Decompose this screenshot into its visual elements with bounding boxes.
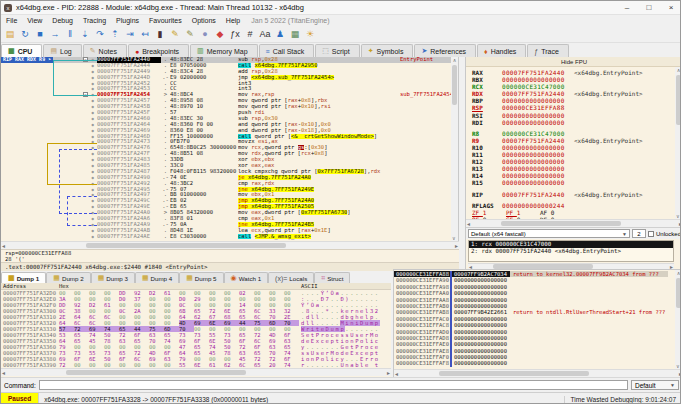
- disassembly-panel[interactable]: RIP RAX RDX R9 ➤−●00007FF751FA2440.48:83…: [1, 57, 459, 241]
- dump-hscrollbar[interactable]: ◄►: [1, 368, 391, 376]
- menu-item-help[interactable]: Help: [221, 17, 245, 24]
- tab-label: Log: [60, 48, 72, 55]
- registers-hscrollbar[interactable]: ◄►: [466, 219, 681, 227]
- breakpoint-dot-icon[interactable]: ●: [92, 234, 94, 240]
- run-to-user-code-icon[interactable]: ⇥: [123, 27, 137, 41]
- step-into-icon[interactable]: ⇣: [78, 27, 92, 41]
- tab-script[interactable]: ⬚Script: [315, 44, 360, 57]
- step-out-icon[interactable]: ⇡: [108, 27, 122, 41]
- register-row[interactable]: RAX00007FF751FA2440<x64dbg.EntryPoint>: [472, 69, 674, 76]
- register-row[interactable]: R130000000000000000: [472, 165, 674, 172]
- collapse-icon[interactable]: −: [83, 57, 88, 62]
- menu-item-tracing[interactable]: Tracing: [78, 17, 111, 24]
- tab-handles[interactable]: ♦Handles: [477, 44, 526, 57]
- assemble-icon[interactable]: ✎: [168, 27, 182, 41]
- help-bulb-icon[interactable]: ☀: [303, 27, 317, 41]
- tab-call-stack[interactable]: ≡Call Stack: [259, 44, 315, 57]
- menu-item-debug[interactable]: Debug: [47, 17, 78, 24]
- register-row[interactable]: R100000000000000000: [472, 144, 674, 151]
- stack-panel[interactable]: 000000CE31EFFA8800007FF9B2AC7034return t…: [393, 269, 681, 377]
- stack-value: 0000000000000000: [450, 360, 510, 366]
- menu-item-file[interactable]: File: [1, 17, 22, 24]
- fx-icon[interactable]: ƒx: [228, 27, 242, 41]
- stop-icon[interactable]: ■: [33, 27, 47, 41]
- register-row[interactable]: RDX00007FF751FA2440<x64dbg.EntryPoint>: [472, 90, 674, 97]
- tab-memory-map[interactable]: ▥Memory Map: [190, 44, 257, 57]
- menu-item-view[interactable]: View: [22, 17, 47, 24]
- dump-tab-dump-2[interactable]: ▦Dump 2: [46, 272, 90, 283]
- pause-icon[interactable]: ‖: [63, 27, 77, 41]
- tab-notes[interactable]: ✎Notes: [83, 44, 127, 57]
- stack-row[interactable]: 000000CE31EFFAF80000000000000000: [394, 360, 668, 366]
- minimize-button[interactable]: –: [616, 1, 638, 14]
- register-row[interactable]: R8000000CE31C47000: [472, 130, 674, 137]
- tab-log[interactable]: ▤Log: [43, 44, 81, 57]
- menu-item-favourites[interactable]: Favourites: [144, 17, 187, 24]
- registers-panel[interactable]: Hide FPU RAX00007FF751FA2440<x64dbg.Entr…: [465, 57, 681, 269]
- command-profile-select[interactable]: Default▼: [631, 380, 679, 390]
- argument-row[interactable]: 2: rdx 00007FF751FA2440 <x64dbg.EntryPoi…: [469, 248, 673, 255]
- registers-vscrollbar[interactable]: ∧∨: [675, 67, 681, 219]
- register-row[interactable]: R120000000000000000: [472, 158, 674, 165]
- register-row[interactable]: RSP000000CE31EFFA88: [472, 104, 674, 111]
- dump-tab-locals[interactable]: (x)=Locals: [268, 272, 314, 283]
- dump-tab-dump-3[interactable]: ▦Dump 3: [91, 272, 135, 283]
- calculator-icon[interactable]: #: [243, 27, 257, 41]
- command-input[interactable]: [39, 380, 628, 390]
- menu-item-plugins[interactable]: Plugins: [111, 17, 144, 24]
- eraser-icon[interactable]: ◆: [213, 27, 227, 41]
- register-row[interactable]: RBX0000000000000000: [472, 76, 674, 83]
- arguments-box[interactable]: 1: rcx 000000CE31C470002: rdx 00007FF751…: [468, 240, 674, 262]
- dump-tab-dump-4[interactable]: ▦Dump 4: [135, 272, 179, 283]
- register-name: RBP: [472, 97, 502, 104]
- register-row[interactable]: RCX000000CE31C47000: [472, 83, 674, 90]
- unlocked-checkbox[interactable]: [648, 231, 654, 237]
- dump-tab-dump-5[interactable]: ▦Dump 5: [179, 272, 223, 283]
- tab-references[interactable]: ➤References: [414, 44, 476, 57]
- register-value: 0000000000000000: [502, 76, 574, 83]
- strings-icon[interactable]: Aa: [258, 27, 272, 41]
- register-row[interactable]: R140000000000000000: [472, 172, 674, 179]
- step-over-icon[interactable]: ↷: [93, 27, 107, 41]
- disasm-vscrollbar[interactable]: ∧∨: [451, 57, 458, 241]
- stack-vscrollbar[interactable]: ∧∨: [675, 270, 681, 369]
- arg-count-spinner[interactable]: 2: [632, 229, 646, 238]
- register-row[interactable]: RIP00007FF751FA2440<x64dbg.EntryPoint>: [472, 191, 674, 198]
- dump-tab-watch-1[interactable]: ◉Watch 1: [224, 272, 269, 283]
- back-icon[interactable]: ↤: [138, 27, 152, 41]
- tab-trace[interactable]: ƒTrace: [527, 44, 569, 57]
- comment-icon[interactable]: ✎: [183, 27, 197, 41]
- stack-hscrollbar[interactable]: ◄►: [394, 369, 681, 377]
- collapse-icon[interactable]: −: [83, 92, 88, 97]
- dump-tab-dump-1[interactable]: ▦Dump 1: [1, 272, 46, 283]
- calling-convention-select[interactable]: Default (x64 fastcall)▼: [468, 229, 630, 238]
- register-row[interactable]: R110000000000000000: [472, 151, 674, 158]
- tab-breakpoints[interactable]: ●Breakpoints: [128, 44, 189, 57]
- register-row[interactable]: RSI0000000000000000: [472, 112, 674, 119]
- register-row[interactable]: R150000000000000000: [472, 179, 674, 186]
- disasm-hscrollbar[interactable]: ◄►: [1, 241, 459, 249]
- tab-cpu[interactable]: ▦CPU: [1, 44, 42, 57]
- patches-icon[interactable]: ▮: [153, 27, 167, 41]
- maximize-button[interactable]: □: [638, 1, 660, 14]
- tab-symbols[interactable]: ✦Symbols: [361, 44, 414, 57]
- run-icon[interactable]: →: [48, 27, 62, 41]
- attach-icon[interactable]: ♟: [273, 27, 287, 41]
- hide-fpu-button[interactable]: Hide FPU: [466, 57, 681, 67]
- restart-icon[interactable]: ↻: [18, 27, 32, 41]
- close-button[interactable]: ×: [660, 1, 681, 14]
- open-file-icon[interactable]: ▤: [3, 27, 17, 41]
- dump-panel[interactable]: ▦Dump 1▦Dump 2▦Dump 3▦Dump 4▦Dump 5◉Watc…: [1, 271, 391, 377]
- memory-icon[interactable]: ▦: [288, 27, 302, 41]
- argument-row[interactable]: 1: rcx 000000CE31C47000: [469, 241, 673, 248]
- register-row[interactable]: ZF 1PF 1AF 0: [472, 209, 674, 216]
- register-row[interactable]: RBP0000000000000000: [472, 97, 674, 104]
- label-icon[interactable]: ●: [198, 27, 212, 41]
- disasm-info-pane: rsp=000000CE31EFFA88 28 '(': [1, 249, 459, 262]
- disasm-row[interactable]: ●00007FF751FA24AE.E8 C3030000call <JMP.&…: [1, 234, 458, 240]
- dump-tab-struct[interactable]: ⌗Struct: [314, 272, 350, 283]
- menu-item-options[interactable]: Options: [187, 17, 221, 24]
- register-row[interactable]: RFLAGS0000000000000244: [472, 202, 674, 209]
- register-row[interactable]: RDI0000000000000000: [472, 119, 674, 126]
- register-row[interactable]: R900007FF751FA2440<x64dbg.EntryPoint>: [472, 137, 674, 144]
